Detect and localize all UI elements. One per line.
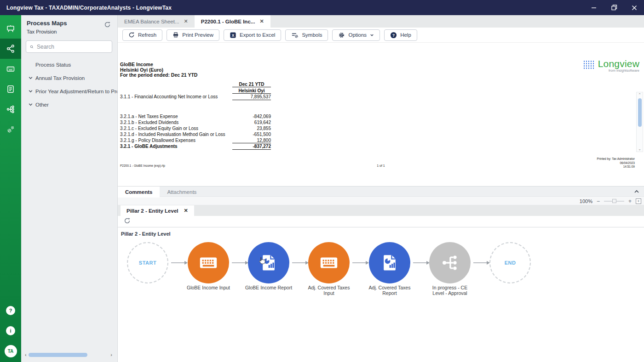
report-page-count: 1 of 1 — [118, 164, 644, 167]
tab-label: P2200.1 - GloBE Inc... — [201, 19, 255, 24]
sidebar-refresh-button[interactable] — [104, 21, 111, 30]
options-button[interactable]: Options — [332, 29, 380, 41]
tab-pillar2-entity-level[interactable]: Pillar 2 - Entity Level ✕ — [121, 205, 194, 216]
print-preview-button[interactable]: Print Preview — [167, 29, 219, 41]
rail-info[interactable]: i — [0, 326, 21, 335]
rail-help[interactable]: ? — [0, 306, 21, 315]
sidebar-item-prior-year-adjustment[interactable]: Prior Year Adjustment/Return to Pro — [21, 86, 118, 96]
rail-item-workflows[interactable] — [0, 99, 21, 119]
tab-label: Pillar 2 - Entity Level — [126, 208, 178, 214]
scrollbar-thumb[interactable] — [638, 98, 642, 127]
tree-item-label: Other — [35, 102, 49, 107]
sidebar-item-process-status[interactable]: Process Status — [21, 60, 118, 70]
sidebar-title: Process Maps — [27, 20, 67, 27]
scroll-down-icon[interactable]: ⌄ — [637, 147, 643, 151]
zoom-slider[interactable] — [604, 201, 624, 202]
tree-item-label: Annual Tax Provision — [35, 75, 85, 81]
rail-avatar[interactable]: TA — [0, 345, 21, 357]
rail-item-process-maps[interactable] — [0, 39, 21, 59]
restore-button[interactable] — [610, 4, 618, 12]
search-input[interactable] — [37, 44, 108, 50]
map-refresh-button[interactable] — [124, 217, 131, 226]
svg-text:X: X — [232, 33, 235, 37]
presentation-icon — [6, 24, 15, 33]
app-window: Longview Tax - TAXADMIN/CorporateAnalyst… — [0, 0, 644, 362]
help-button[interactable]: ? Help — [384, 29, 417, 41]
scroll-left-icon[interactable]: ‹ — [25, 352, 27, 357]
report-toolbar: Refresh Print Preview X Export to Excel … — [118, 28, 644, 43]
tab-label: Attachments — [167, 189, 196, 195]
scroll-right-icon[interactable]: › — [110, 352, 112, 357]
tab-comments[interactable]: Comments — [118, 187, 160, 197]
minimize-icon — [591, 5, 597, 11]
rail-item-settings[interactable] — [0, 119, 21, 140]
close-tab-icon[interactable]: ✕ — [259, 18, 264, 24]
svg-text:?: ? — [392, 33, 395, 37]
flow-node-in-progress-ce-level-approval[interactable] — [429, 242, 471, 283]
refresh-icon — [128, 32, 135, 38]
process-map-canvas: Pillar 2 - Entity Level START GloBE Inco… — [118, 227, 644, 362]
tab-label: Comments — [125, 189, 152, 195]
refresh-button[interactable]: Refresh — [122, 29, 162, 41]
zoom-in-button[interactable]: + — [628, 198, 632, 204]
table-row: 3.2.1.c - Excluded Equity Gain or Loss 2… — [118, 126, 403, 132]
scrollbar-thumb[interactable] — [29, 353, 87, 357]
symbols-icon — [291, 32, 299, 39]
tab-attachments[interactable]: Attachments — [160, 187, 204, 197]
table-row: 3.2.1.d - Included Revaluation Method Ga… — [118, 132, 403, 138]
sidebar-item-other[interactable]: Other — [21, 100, 118, 110]
close-tab-icon[interactable]: ✕ — [184, 18, 188, 24]
share-icon — [6, 44, 15, 53]
button-label: Options — [348, 32, 367, 38]
printer-icon — [172, 32, 179, 38]
flow-node-globe-income-report[interactable] — [248, 242, 289, 283]
report-header: GloBE Income Helsinki Oyi (Euro) For the… — [120, 62, 197, 78]
flow-node-end[interactable]: END — [489, 242, 531, 283]
refresh-icon — [124, 217, 131, 224]
node-label: Adj. Covered Taxes Input — [305, 285, 353, 296]
collapse-panel-button[interactable] — [634, 187, 644, 197]
zoom-control: 100% − + + — [118, 198, 644, 205]
zoom-value: 100% — [580, 198, 592, 204]
flow-node-adj-covered-taxes-report[interactable] — [369, 242, 410, 283]
flow-node-globe-income-input[interactable] — [188, 242, 229, 283]
rail-item-process-status[interactable] — [0, 18, 21, 39]
report-title: GloBE Income — [120, 62, 197, 68]
sidebar: Process Maps Tax Provision Process Statu… — [21, 15, 118, 362]
help-circle-icon: ? — [6, 306, 15, 315]
report-printed-info: Printed by: Tax Administrator 06/04/2023… — [597, 157, 635, 169]
node-label: START — [139, 260, 156, 266]
sidebar-item-annual-tax-provision[interactable]: Annual Tax Provision — [21, 73, 118, 83]
rail-item-reports[interactable] — [0, 79, 21, 99]
rail-item-data-input[interactable] — [0, 59, 21, 79]
flow-node-adj-covered-taxes-input[interactable] — [308, 242, 350, 283]
close-icon — [632, 5, 637, 11]
close-button[interactable] — [630, 4, 638, 12]
fit-to-window-icon[interactable]: + — [636, 198, 641, 204]
sidebar-horizontal-scrollbar[interactable]: ‹ › — [21, 352, 118, 358]
tab-emea-balance-sheet[interactable]: EMEA Balance Sheet... ✕ — [118, 15, 195, 28]
tab-p2200-globe-income[interactable]: P2200.1 - GloBE Inc... ✕ — [195, 15, 270, 28]
keyboard-icon — [198, 252, 219, 273]
zoom-slider-thumb[interactable] — [612, 199, 616, 203]
export-to-excel-button[interactable]: X Export to Excel — [224, 29, 281, 41]
zoom-out-button[interactable]: − — [597, 198, 600, 204]
report-icon — [380, 253, 400, 273]
window-title: Longview Tax - TAXADMIN/CorporateAnalyst… — [0, 5, 172, 11]
restore-icon — [611, 5, 617, 11]
symbols-button[interactable]: Symbols — [285, 29, 328, 41]
keyboard-icon — [318, 252, 339, 273]
column-header-entity: Helsinki Oyi — [232, 88, 271, 93]
report-period: For the period ended: Dec 21 YTD — [120, 73, 197, 78]
minimize-button[interactable] — [590, 4, 598, 12]
logo-wordmark: Longview — [598, 59, 639, 68]
keyboard-icon — [6, 64, 15, 74]
report-vertical-scrollbar[interactable]: ⌃ ⌄ — [636, 92, 643, 152]
close-tab-icon[interactable]: ✕ — [184, 208, 188, 214]
chevron-up-icon — [634, 189, 639, 194]
search-box — [26, 40, 112, 53]
node-label: END — [505, 260, 516, 266]
scroll-up-icon[interactable]: ⌃ — [637, 93, 643, 97]
flow-node-start[interactable]: START — [127, 242, 168, 283]
help-icon: ? — [390, 32, 397, 39]
